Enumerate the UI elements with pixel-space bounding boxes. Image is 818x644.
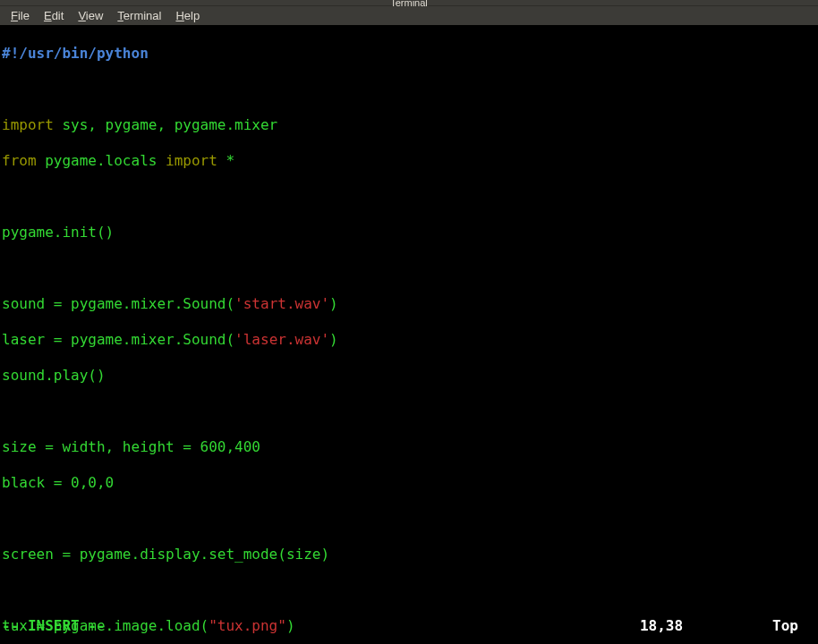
code-line: import sys, pygame, pygame.mixer (2, 116, 816, 134)
code-line: sound = pygame.mixer.Sound('start.wav') (2, 295, 816, 313)
code-line (2, 581, 816, 599)
window-title: Terminal (390, 0, 428, 8)
code-line: laser = pygame.mixer.Sound('laser.wav') (2, 331, 816, 349)
code-line: screen = pygame.display.set_mode(size) (2, 546, 816, 564)
code-line (2, 188, 816, 206)
shebang: #!/usr/bin/python (2, 45, 149, 62)
terminal-viewport[interactable]: #!/usr/bin/python import sys, pygame, py… (0, 25, 818, 644)
code-line: sound.play() (2, 367, 816, 385)
code-line (2, 510, 816, 528)
code-line: #!/usr/bin/python (2, 45, 816, 63)
vim-statusline: -- INSERT -- 18,38 Top (2, 617, 816, 635)
code-line: from pygame.locals import * (2, 152, 816, 170)
code-line (2, 259, 816, 277)
vim-cursor-position: 18,38 (640, 617, 772, 635)
menu-help[interactable]: Help (168, 7, 207, 24)
code-line: pygame.init() (2, 224, 816, 242)
vim-scroll-percent: Top (772, 617, 816, 635)
menu-file[interactable]: File (4, 7, 37, 24)
menubar: File Edit View Terminal Help (0, 5, 818, 25)
code-line (2, 80, 816, 98)
code-line (2, 402, 816, 420)
menu-terminal[interactable]: Terminal (110, 7, 168, 24)
menu-view[interactable]: View (71, 7, 110, 24)
menu-edit[interactable]: Edit (37, 7, 71, 24)
code-line: black = 0,0,0 (2, 474, 816, 492)
vim-mode: -- INSERT -- (2, 617, 106, 635)
code-line: size = width, height = 600,400 (2, 438, 816, 456)
